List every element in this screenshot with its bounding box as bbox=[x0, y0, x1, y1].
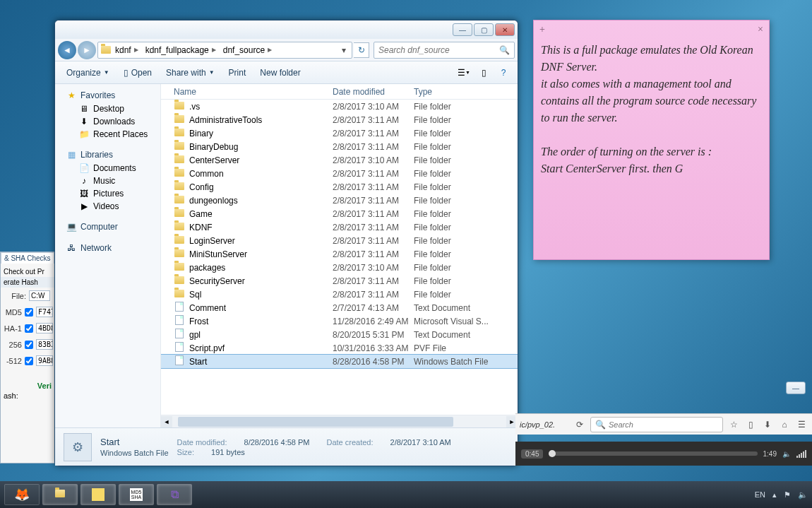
breadcrumb-seg[interactable]: kdnf_fullpackage▶ bbox=[143, 45, 219, 55]
file-row[interactable]: gpl8/20/2015 5:31 PMText Document bbox=[161, 328, 518, 341]
sidebar-network-head[interactable]: 🖧Network bbox=[55, 241, 160, 255]
lang-indicator[interactable]: EN bbox=[755, 490, 765, 499]
hash-file-field[interactable]: C:W bbox=[29, 290, 50, 301]
view-button[interactable]: ☰▼ bbox=[455, 64, 472, 81]
preview-pane-button[interactable]: ▯ bbox=[475, 64, 492, 81]
breadcrumb-dropdown[interactable]: ▾ bbox=[339, 45, 349, 55]
search-box[interactable]: 🔍 bbox=[374, 42, 515, 59]
download-icon[interactable]: ⬇ bbox=[761, 418, 774, 431]
taskbar-explorer[interactable] bbox=[42, 484, 78, 505]
minimize-window-button[interactable]: — bbox=[786, 382, 806, 394]
media-track[interactable] bbox=[549, 451, 757, 456]
maximize-button[interactable]: ▢ bbox=[474, 23, 494, 36]
file-row[interactable]: dungeonlogs2/8/2017 3:11 AMFile folder bbox=[161, 194, 518, 207]
sidebar-music[interactable]: ♪Music bbox=[55, 175, 160, 187]
sticky-note[interactable]: + × This is a full package emulates the … bbox=[533, 20, 770, 260]
help-button[interactable]: ? bbox=[495, 64, 512, 81]
breadcrumb[interactable]: kdnf▶ kdnf_fullpackage▶ dnf_source▶ ▾ bbox=[97, 42, 352, 59]
file-row[interactable]: CenterServer2/8/2017 3:10 AMFile folder bbox=[161, 153, 518, 167]
file-row[interactable]: .vs2/8/2017 3:10 AMFile folder bbox=[161, 100, 518, 113]
col-type[interactable]: Type bbox=[414, 87, 518, 97]
browser-search[interactable]: 🔍 bbox=[590, 417, 723, 432]
print-button[interactable]: Print bbox=[223, 66, 252, 80]
file-row[interactable]: Start8/28/2016 4:58 PMWindows Batch File bbox=[161, 355, 518, 368]
col-name[interactable]: Name bbox=[174, 87, 333, 97]
file-row[interactable]: Common2/8/2017 3:11 AMFile folder bbox=[161, 167, 518, 180]
sticky-content[interactable]: This is a full package emulates the Old … bbox=[541, 42, 762, 177]
menu-icon[interactable]: ☰ bbox=[795, 418, 808, 431]
hash-generate[interactable]: erate Hash bbox=[1, 277, 54, 288]
sticky-close-button[interactable]: × bbox=[758, 22, 763, 37]
newfolder-button[interactable]: New folder bbox=[254, 66, 306, 80]
sidebar-desktop[interactable]: 🖥Desktop bbox=[55, 102, 160, 115]
file-list[interactable]: .vs2/8/2017 3:10 AMFile folderAdministra… bbox=[161, 100, 518, 415]
hash-value[interactable]: 83B3 bbox=[36, 339, 53, 350]
h-scrollbar[interactable]: ◄ ► bbox=[161, 415, 518, 427]
hash-value[interactable]: 4BD8 bbox=[36, 323, 53, 333]
search-input[interactable] bbox=[378, 45, 499, 55]
file-row[interactable]: BinaryDebug2/8/2017 3:11 AMFile folder bbox=[161, 140, 518, 153]
open-button[interactable]: ▯Open bbox=[118, 66, 157, 80]
hash-value[interactable]: F747 bbox=[36, 307, 53, 317]
mute-icon[interactable]: 🔈 bbox=[782, 450, 791, 458]
tray-speaker-icon[interactable]: 🔈 bbox=[798, 490, 808, 500]
scroll-track[interactable] bbox=[172, 416, 506, 427]
forward-button[interactable]: ► bbox=[78, 41, 96, 59]
hash-checkbox[interactable] bbox=[25, 308, 33, 317]
sidebar-favorites-head[interactable]: ★Favorites bbox=[55, 88, 160, 102]
sidebar-pictures[interactable]: 🖼Pictures bbox=[55, 187, 160, 200]
back-button[interactable]: ◄ bbox=[58, 41, 76, 59]
sidebar-libraries-head[interactable]: ▦Libraries bbox=[55, 148, 160, 162]
hash-checkbox[interactable] bbox=[25, 341, 33, 349]
sidebar-documents[interactable]: 📄Documents bbox=[55, 162, 160, 175]
volume-bars[interactable] bbox=[796, 449, 806, 458]
file-row[interactable]: Script.pvf10/31/2016 3:33 AMPVF File bbox=[161, 341, 518, 355]
sidebar-computer-head[interactable]: 💻Computer bbox=[55, 220, 160, 234]
organize-button[interactable]: Organize▼ bbox=[61, 66, 115, 80]
hash-checkbox[interactable] bbox=[25, 357, 33, 365]
refresh-button[interactable]: ↻ bbox=[354, 42, 369, 58]
sidebar-videos[interactable]: ▶Videos bbox=[55, 200, 160, 213]
file-row[interactable]: KDNF2/8/2017 3:11 AMFile folder bbox=[161, 220, 518, 234]
breadcrumb-seg[interactable]: dnf_source▶ bbox=[220, 45, 275, 55]
sidebar-downloads[interactable]: ⬇Downloads bbox=[55, 115, 160, 128]
file-row[interactable]: packages2/8/2017 3:10 AMFile folder bbox=[161, 261, 518, 274]
clipboard-icon[interactable]: ▯ bbox=[744, 418, 757, 431]
reload-button[interactable]: ⟳ bbox=[573, 418, 586, 431]
share-button[interactable]: Share with▼ bbox=[160, 66, 220, 80]
browser-search-input[interactable] bbox=[609, 420, 718, 429]
tray-up-icon[interactable]: ▴ bbox=[772, 490, 777, 500]
column-headers[interactable]: Name Date modified Type bbox=[161, 84, 518, 100]
hash-checkbox[interactable] bbox=[25, 324, 33, 333]
sidebar-recent[interactable]: 📁Recent Places bbox=[55, 128, 160, 141]
titlebar[interactable]: — ▢ ✕ bbox=[55, 20, 518, 39]
taskbar-md5sha[interactable]: MD5SHA bbox=[119, 484, 154, 505]
file-row[interactable]: Frost11/28/2016 2:49 AMMicrosoft Visual … bbox=[161, 314, 518, 328]
media-thumb[interactable] bbox=[549, 450, 556, 457]
file-row[interactable]: Game2/8/2017 3:11 AMFile folder bbox=[161, 207, 518, 220]
file-row[interactable]: Sql2/8/2017 3:11 AMFile folder bbox=[161, 288, 518, 301]
scroll-left[interactable]: ◄ bbox=[161, 416, 172, 427]
breadcrumb-seg[interactable]: kdnf▶ bbox=[112, 45, 141, 55]
file-row[interactable]: SecurityServer2/8/2017 3:11 AMFile folde… bbox=[161, 274, 518, 288]
file-row[interactable]: MiniStunServer2/8/2017 3:11 AMFile folde… bbox=[161, 247, 518, 261]
taskbar-sticky[interactable] bbox=[80, 484, 116, 505]
close-button[interactable]: ✕ bbox=[495, 23, 515, 36]
file-row[interactable]: Comment2/7/2017 4:13 AMText Document bbox=[161, 301, 518, 314]
file-row[interactable]: AdministrativeTools2/8/2017 3:11 AMFile … bbox=[161, 113, 518, 126]
search-icon[interactable]: 🔍 bbox=[499, 45, 510, 55]
home-icon[interactable]: ⌂ bbox=[778, 418, 791, 431]
minimize-button[interactable]: — bbox=[453, 23, 472, 36]
hash-tab[interactable]: & SHA Checks bbox=[1, 252, 54, 264]
tray-flag-icon[interactable]: ⚑ bbox=[784, 490, 791, 500]
file-row[interactable]: LoginServer2/8/2017 3:11 AMFile folder bbox=[161, 234, 518, 247]
scroll-thumb[interactable] bbox=[178, 417, 453, 427]
browser-addr[interactable]: ic/pvp_02. bbox=[520, 420, 569, 429]
taskbar-firefox[interactable]: 🦊 bbox=[4, 484, 40, 505]
hash-value[interactable]: 9AB8 bbox=[36, 355, 53, 366]
file-row[interactable]: Config2/8/2017 3:11 AMFile folder bbox=[161, 180, 518, 194]
taskbar-visualstudio[interactable]: ⧉ bbox=[157, 484, 192, 505]
file-row[interactable]: Binary2/8/2017 3:11 AMFile folder bbox=[161, 126, 518, 140]
sticky-add-button[interactable]: + bbox=[539, 22, 545, 37]
star-icon[interactable]: ☆ bbox=[727, 418, 740, 431]
